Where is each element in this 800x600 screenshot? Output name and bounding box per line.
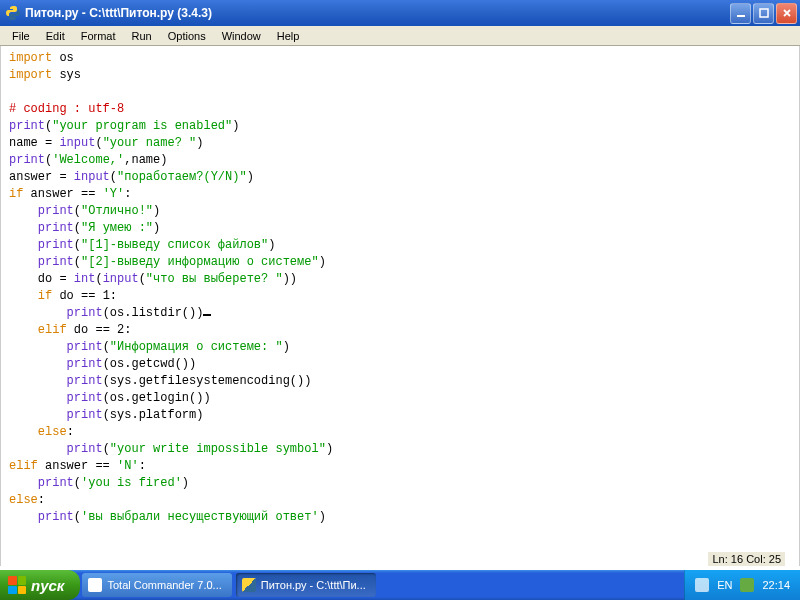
menu-window[interactable]: Window	[214, 28, 269, 44]
menu-run[interactable]: Run	[124, 28, 160, 44]
window-title-bar: Питон.ру - C:\ttt\Питон.ру (3.4.3)	[0, 0, 800, 26]
language-indicator[interactable]: EN	[717, 579, 732, 591]
close-button[interactable]	[776, 3, 797, 24]
python-app-icon	[5, 5, 21, 21]
window-title: Питон.ру - C:\ttt\Питон.ру (3.4.3)	[25, 6, 730, 20]
tray-icon[interactable]	[695, 578, 709, 592]
taskbar-item-total-commander[interactable]: Total Commander 7.0...	[82, 573, 231, 597]
windows-logo-icon	[8, 576, 26, 594]
status-line-col: Ln: 16 Col: 25	[708, 552, 785, 566]
svg-rect-1	[760, 9, 768, 17]
minimize-button[interactable]	[730, 3, 751, 24]
python-icon	[242, 578, 256, 592]
taskbar-item-python-idle[interactable]: Питон.ру - C:\ttt\Пи...	[236, 573, 376, 597]
menu-options[interactable]: Options	[160, 28, 214, 44]
tray-icon[interactable]	[740, 578, 754, 592]
menu-bar: File Edit Format Run Options Window Help	[0, 26, 800, 46]
menu-file[interactable]: File	[4, 28, 38, 44]
menu-edit[interactable]: Edit	[38, 28, 73, 44]
svg-rect-0	[737, 15, 745, 17]
window-controls	[730, 3, 797, 24]
menu-format[interactable]: Format	[73, 28, 124, 44]
code-editor[interactable]: import os import sys # coding : utf-8 pr…	[0, 46, 800, 566]
total-commander-icon	[88, 578, 102, 592]
menu-help[interactable]: Help	[269, 28, 308, 44]
text-cursor	[203, 314, 211, 316]
maximize-button[interactable]	[753, 3, 774, 24]
system-tray: EN 22:14	[684, 570, 800, 600]
clock[interactable]: 22:14	[762, 579, 790, 591]
taskbar: пуск Total Commander 7.0... Питон.ру - C…	[0, 570, 800, 600]
start-button[interactable]: пуск	[0, 570, 80, 600]
